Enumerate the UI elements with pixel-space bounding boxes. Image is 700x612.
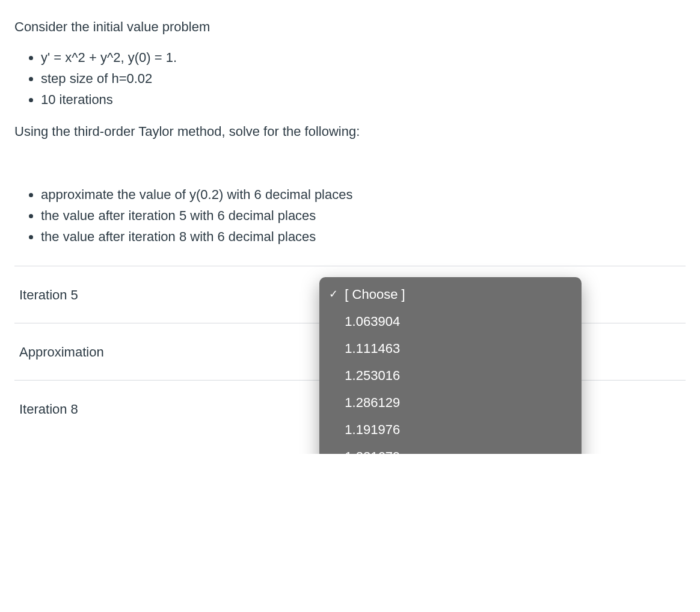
dropdown-option-label: 1.111463: [340, 338, 400, 358]
dropdown-option[interactable]: 1.063904: [319, 308, 582, 335]
matching-area: Iteration 5 ✓ [ Choose ] 1.063904: [14, 266, 686, 437]
match-dropdown-container: ✓ [ Choose ] 1.063904 1.111463 1.253016: [323, 281, 686, 308]
method-instruction: Using the third-order Taylor method, sol…: [14, 121, 686, 141]
dropdown-option-label: 1.221679: [340, 447, 400, 454]
match-label: Approximation: [14, 342, 323, 362]
task-item: approximate the value of y(0.2) with 6 d…: [41, 185, 686, 204]
dropdown-option-label: 1.063904: [340, 311, 400, 331]
question-intro: Consider the initial value problem: [14, 17, 686, 37]
dropdown-option-label: 1.253016: [340, 366, 400, 385]
dropdown-option-label: 1.191976: [340, 420, 400, 439]
match-label: Iteration 5: [14, 285, 323, 305]
given-item: step size of h=0.02: [41, 69, 686, 88]
dropdown-option-label: [ Choose ]: [340, 284, 405, 304]
task-list: approximate the value of y(0.2) with 6 d…: [14, 185, 686, 246]
given-item: 10 iterations: [41, 90, 686, 109]
match-row-iteration-5: Iteration 5 ✓ [ Choose ] 1.063904: [14, 266, 686, 323]
dropdown-popup[interactable]: ✓ [ Choose ] 1.063904 1.111463 1.253016: [319, 277, 582, 454]
checkmark-icon: ✓: [327, 286, 340, 302]
dropdown-option[interactable]: 1.191976: [319, 416, 582, 443]
dropdown-option[interactable]: 1.286129: [319, 389, 582, 416]
task-item: the value after iteration 8 with 6 decim…: [41, 227, 686, 246]
given-item: y' = x^2 + y^2, y(0) = 1.: [41, 47, 686, 67]
match-label: Iteration 8: [14, 399, 323, 419]
dropdown-option[interactable]: 1.221679: [319, 443, 582, 454]
dropdown-option-choose[interactable]: ✓ [ Choose ]: [319, 281, 582, 308]
dropdown-option[interactable]: 1.253016: [319, 362, 582, 389]
task-item: the value after iteration 5 with 6 decim…: [41, 206, 686, 225]
given-list: y' = x^2 + y^2, y(0) = 1. step size of h…: [14, 47, 686, 109]
dropdown-option-label: 1.286129: [340, 393, 400, 412]
intro-text: Consider the initial value problem: [14, 19, 210, 34]
dropdown-option[interactable]: 1.111463: [319, 335, 582, 362]
